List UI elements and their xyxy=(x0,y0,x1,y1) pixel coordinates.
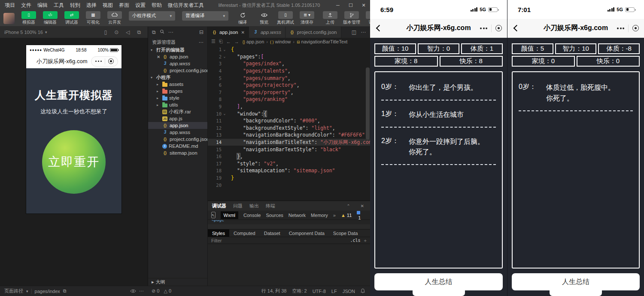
menu-item-界面[interactable]: 界面 xyxy=(116,2,132,9)
toolbar-button-编辑器[interactable]: ‹/›编辑器 xyxy=(40,11,60,25)
menu-item-工具[interactable]: 工具 xyxy=(51,2,67,9)
debugger-tab-调试器[interactable]: 调试器 xyxy=(212,203,226,209)
code-line-1[interactable]: 1⌄{ xyxy=(208,46,370,53)
styles-tab-Component Data[interactable]: Component Data xyxy=(285,229,329,237)
problems-segment[interactable]: ⊘ 0 △ 0 xyxy=(148,288,171,294)
publish-button-版本管理[interactable]: 版本管理 xyxy=(342,11,361,25)
breadcrumb-segment-window[interactable]: ( ) window xyxy=(270,39,291,44)
add-style-icon[interactable]: + xyxy=(364,238,367,243)
tree-item-sitemap.json[interactable]: {}sitemap.json xyxy=(148,150,207,156)
tree-section-打开的编辑器[interactable]: ▾打开的编辑器 xyxy=(148,46,207,53)
rotate-device-icon[interactable]: ▯ xyxy=(102,29,110,35)
more-icon[interactable]: ⋯ xyxy=(199,40,204,45)
more-dots-icon[interactable] xyxy=(480,27,487,29)
tree-item-style[interactable]: ▸style xyxy=(148,95,207,101)
devtools-tab-Console[interactable]: Console xyxy=(243,213,261,218)
code-line-2[interactable]: 2⌄"pages":[ xyxy=(208,53,370,61)
tree-item-app.js[interactable]: JSapp.js xyxy=(148,115,207,122)
search-icon[interactable] xyxy=(160,29,164,35)
tree-item-app.wxss[interactable]: 3app.wxss xyxy=(148,60,207,67)
code-line-13[interactable]: 13"navigationBarBackgroundColor": "#F6F6… xyxy=(208,131,370,139)
more-icon[interactable]: ⋯ xyxy=(168,29,173,35)
debugger-tab-终端[interactable]: 终端 xyxy=(266,203,275,209)
scrollbar-thumb[interactable] xyxy=(366,67,370,140)
code-line-8[interactable]: 8"pages/ranking" xyxy=(208,96,370,103)
more-icon[interactable]: ⋯ xyxy=(361,29,366,35)
language-indicator[interactable]: JSON xyxy=(343,289,355,294)
record-icon[interactable]: ⊙ xyxy=(112,29,121,35)
menu-item-设置[interactable]: 设置 xyxy=(132,2,149,9)
tree-item-README.md[interactable]: iREADME.md xyxy=(148,143,207,150)
styles-tab-Styles[interactable]: Styles xyxy=(208,229,229,237)
publish-button-上传[interactable]: 上传 xyxy=(320,11,340,25)
tree-item-app.json[interactable]: {}app.json xyxy=(148,122,207,129)
code-line-4[interactable]: 4"pages/talents", xyxy=(208,67,370,75)
inspect-element-icon[interactable]: ↖ xyxy=(211,212,216,218)
minimize-icon[interactable]: ─ xyxy=(331,3,344,8)
devtools-tab-Memory[interactable]: Memory xyxy=(311,213,328,218)
collapse-panel-icon[interactable]: ⌃ xyxy=(345,204,352,208)
back-icon[interactable] xyxy=(376,25,383,32)
devtools-tab-Network[interactable]: Network xyxy=(289,213,306,218)
close-icon[interactable]: ✕ xyxy=(359,204,366,208)
cls-toggle[interactable]: .cls xyxy=(350,238,360,243)
code-line-15[interactable]: 15"navigationBarTextStyle": "black" xyxy=(208,146,370,153)
more-icon[interactable]: ⋯ xyxy=(139,288,144,294)
tree-item-assets[interactable]: ▸assets xyxy=(148,81,207,88)
styles-tab-Computed[interactable]: Computed xyxy=(229,229,260,237)
action-button-清缓存[interactable]: ≣ ▾清缓存 xyxy=(297,11,317,25)
tab-app.wxss[interactable]: 3app.wxss xyxy=(249,27,286,38)
code-line-19[interactable]: 19} xyxy=(208,174,370,182)
code-line-5[interactable]: 5"pages/summary", xyxy=(208,74,370,82)
action-button-预览[interactable]: 预览 xyxy=(254,11,274,25)
bell-icon[interactable] xyxy=(361,288,365,294)
capsule-menu[interactable] xyxy=(91,56,118,67)
menu-item-微信开发者工具[interactable]: 微信开发者工具 xyxy=(165,2,207,9)
toolbar-button-云开发[interactable]: 云开发 xyxy=(105,11,125,25)
tree-item-app.wxss[interactable]: 3app.wxss xyxy=(148,129,207,136)
back-icon[interactable] xyxy=(513,25,520,32)
encoding-indicator[interactable]: UTF-8 xyxy=(313,289,326,294)
devtools-tab-Sources[interactable]: Sources xyxy=(266,213,283,218)
menu-item-帮助[interactable]: 帮助 xyxy=(149,2,165,9)
more-dots-icon[interactable] xyxy=(95,61,102,62)
debugger-tab-问题[interactable]: 问题 xyxy=(233,203,243,209)
menu-item-文件[interactable]: 文件 xyxy=(18,2,34,9)
collapse-editors-icon[interactable]: ⊟ xyxy=(199,29,204,35)
code-line-3[interactable]: 3"pages/index", xyxy=(208,60,370,67)
minimize-capsule-icon[interactable] xyxy=(495,25,502,31)
files-icon[interactable]: ⧉ xyxy=(152,29,156,35)
capsule-menu[interactable] xyxy=(617,24,639,32)
life-summary-button[interactable]: 人生总结 xyxy=(374,273,503,290)
back-arrow-icon[interactable]: ← xyxy=(226,39,231,44)
tab-app.json[interactable]: {}app.json✕ xyxy=(208,27,249,38)
tree-item-project.config.json[interactable]: {}project.config.json xyxy=(148,136,207,143)
toolbar-button-可视化[interactable]: ▦可视化 xyxy=(83,11,103,25)
sound-icon[interactable]: ◁ xyxy=(123,29,132,35)
debugger-tab-输出[interactable]: 输出 xyxy=(249,203,259,209)
styles-tab-Scope Data[interactable]: Scope Data xyxy=(329,229,362,237)
multi-window-icon[interactable]: ⧉ xyxy=(134,29,143,35)
filter-input[interactable]: Filter xyxy=(211,238,222,243)
restart-button[interactable]: 立即重开 xyxy=(42,130,106,194)
code-line-14[interactable]: 14"navigationBarTitleText": "小刀娱乐网-x6g.c… xyxy=(208,139,370,146)
page-path-label[interactable]: 页面路径 xyxy=(4,288,23,294)
tree-item-project.config.json[interactable]: {}project.config.json xyxy=(148,67,207,74)
tree-item-app.json[interactable]: ✕{}app.json xyxy=(148,53,207,60)
menu-item-选择[interactable]: 选择 xyxy=(83,2,100,9)
toolbar-button-模拟器[interactable]: ▯模拟器 xyxy=(19,11,39,25)
life-summary-button[interactable]: 人生总结 xyxy=(512,273,640,290)
tree-section-小程序[interactable]: ▾小程序 xyxy=(148,74,207,81)
message-count-badge[interactable]: 1 xyxy=(357,210,361,220)
tree-item-小程序.rar[interactable]: ▤小程序.rar xyxy=(148,108,207,115)
code-line-11[interactable]: 11"backgroundColor": "#000", xyxy=(208,117,370,125)
close-icon[interactable]: ✕ xyxy=(157,55,161,59)
eol-indicator[interactable]: LF xyxy=(331,289,337,294)
minimize-capsule-icon[interactable] xyxy=(632,25,639,31)
eye-icon[interactable] xyxy=(130,289,136,294)
code-line-20[interactable]: 20 xyxy=(208,181,370,189)
copy-icon[interactable]: ⧉ xyxy=(63,288,67,294)
action-button-编译[interactable]: 编译 xyxy=(233,11,252,25)
warning-count-badge[interactable]: ▲11 xyxy=(341,213,352,218)
close-icon[interactable]: ✕ xyxy=(241,30,244,35)
